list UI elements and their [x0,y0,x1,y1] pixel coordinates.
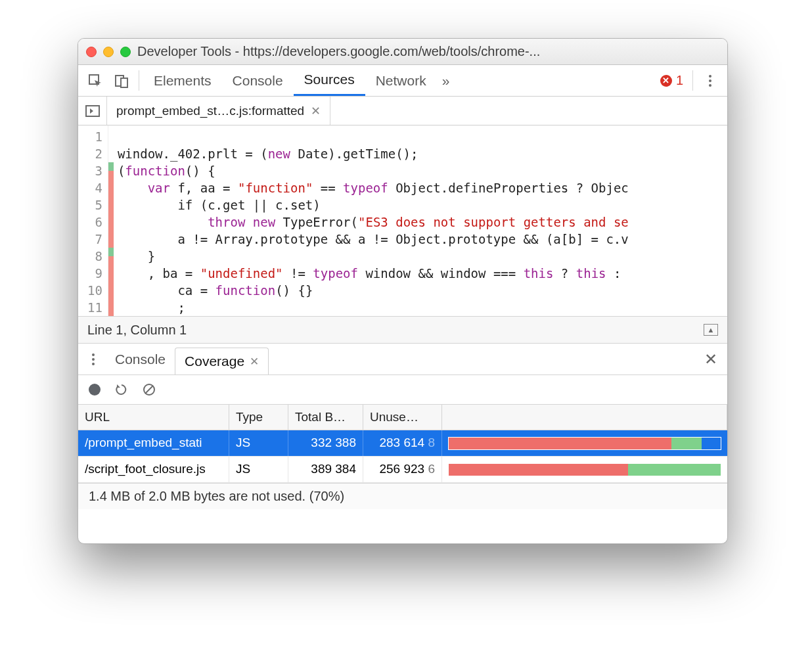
close-window-button[interactable] [86,47,97,57]
tab-elements[interactable]: Elements [143,65,222,96]
close-drawer-icon[interactable]: ✕ [697,344,725,374]
coverage-toolbar [78,375,727,404]
cursor-position: Line 1, Column 1 [87,323,187,338]
cell-bar [442,457,727,482]
cell-unused: 256 923 6 [363,457,442,482]
devtools-toolbar: Elements Console Sources Network » ✕ 1 [78,65,727,97]
line-number: 1 [87,128,102,145]
window-title: Developer Tools - https://developers.goo… [137,44,719,59]
error-count: 1 [676,73,683,88]
line-number: 3 [87,162,102,179]
coverage-table: URL Type Total B… Unuse… /prompt_embed_s… [78,404,727,483]
svg-point-5 [709,84,711,87]
tab-console[interactable]: Console [222,65,294,96]
line-number: 11 [87,299,102,316]
drawer-tab-console[interactable]: Console [106,344,175,374]
inspect-element-icon[interactable] [82,65,108,96]
coverage-summary: 1.4 MB of 2.0 MB bytes are not used. (70… [78,483,727,509]
coverage-marker [108,214,114,231]
devtools-window: Developer Tools - https://developers.goo… [78,38,728,544]
line-number: 7 [87,231,102,248]
coverage-row[interactable]: /prompt_embed_statiJS332 388283 614 8 [78,430,727,457]
code-content[interactable]: window._402.prlt = (new Date).getTime();… [114,125,727,316]
editor-status-bar: Line 1, Column 1 ▲ [78,316,727,344]
collapse-editor-icon[interactable]: ▲ [704,324,718,336]
window-titlebar: Developer Tools - https://developers.goo… [78,39,727,65]
coverage-marker [108,282,114,299]
header-visualization [442,405,727,430]
reload-coverage-icon[interactable] [115,383,128,396]
header-type[interactable]: Type [229,405,288,430]
coverage-marker [108,299,114,316]
drawer-menu-icon[interactable] [81,344,106,374]
clear-coverage-icon[interactable] [143,383,156,396]
separator [139,70,139,91]
device-toolbar-icon[interactable] [108,65,135,96]
coverage-marker [108,248,114,265]
line-number: 8 [87,248,102,265]
navigator-toggle-icon[interactable] [78,97,107,125]
line-number: 5 [87,196,102,214]
header-url[interactable]: URL [78,405,229,430]
coverage-marker [108,179,114,196]
drawer-tab-bar: Console Coverage ✕ ✕ [78,344,727,375]
line-number: 4 [87,179,102,196]
kebab-menu-icon[interactable] [697,65,723,96]
svg-point-3 [709,75,711,78]
cell-total: 332 388 [288,430,363,456]
drawer-tab-coverage[interactable]: Coverage ✕ [175,348,269,374]
cell-unused: 283 614 8 [363,430,442,456]
code-editor[interactable]: 1234567891011 window._402.prlt = (new Da… [78,125,727,316]
tab-sources[interactable]: Sources [294,65,365,96]
cell-type: JS [229,457,288,482]
coverage-table-header: URL Type Total B… Unuse… [78,404,727,430]
cell-type: JS [229,430,288,456]
error-icon: ✕ [660,75,672,87]
tab-network[interactable]: Network [365,65,437,96]
file-tab[interactable]: prompt_embed_st…c.js:formatted ✕ [107,97,330,125]
tabs-overflow-icon[interactable]: » [437,65,455,96]
coverage-marker [108,128,114,145]
svg-point-8 [92,358,95,361]
zoom-window-button[interactable] [120,47,131,57]
svg-rect-2 [121,78,127,87]
header-total-bytes[interactable]: Total B… [288,405,363,430]
coverage-marker [108,162,114,179]
traffic-lights [86,47,131,57]
line-number: 2 [87,145,102,162]
line-number: 10 [87,282,102,299]
coverage-marker [108,231,114,248]
record-coverage-icon[interactable] [89,384,101,396]
coverage-marker [108,145,114,162]
line-number: 9 [87,265,102,282]
coverage-gutter [108,125,114,316]
cell-bar [442,430,727,456]
separator [692,70,693,91]
coverage-marker [108,265,114,282]
close-drawer-tab-icon[interactable]: ✕ [250,355,259,369]
coverage-marker [108,196,114,214]
cell-url: /script_foot_closure.js [78,457,229,482]
error-indicator[interactable]: ✕ 1 [655,65,688,96]
svg-point-4 [709,79,711,82]
svg-point-7 [92,353,95,356]
line-number: 6 [87,214,102,231]
svg-line-11 [145,386,153,394]
file-tab-label: prompt_embed_st…c.js:formatted [116,104,304,118]
file-tab-bar: prompt_embed_st…c.js:formatted ✕ [78,97,727,125]
drawer-tab-label: Coverage [185,353,244,369]
minimize-window-button[interactable] [103,47,114,57]
svg-point-9 [92,363,95,365]
header-unused-bytes[interactable]: Unuse… [363,405,442,430]
close-tab-icon[interactable]: ✕ [311,104,321,118]
cell-total: 389 384 [288,457,363,482]
line-number-gutter: 1234567891011 [78,125,108,316]
cell-url: /prompt_embed_stati [78,430,229,456]
coverage-row[interactable]: /script_foot_closure.jsJS389 384256 923 … [78,457,727,483]
